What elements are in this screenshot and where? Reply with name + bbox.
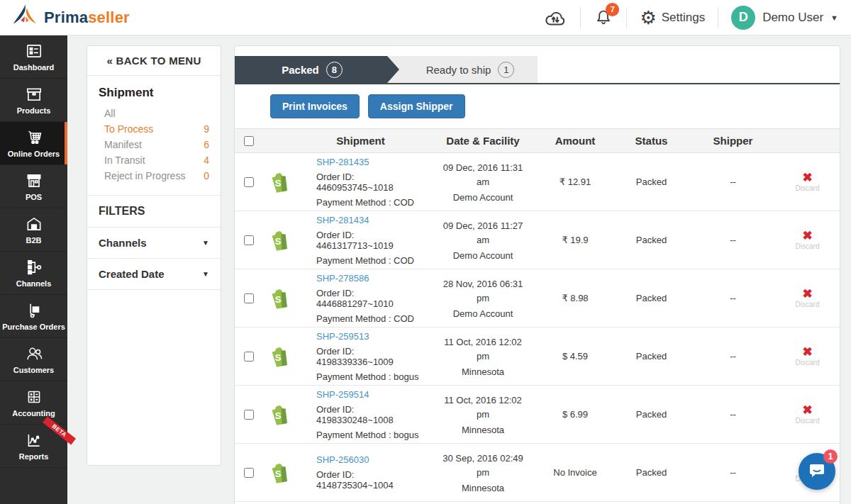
sidebar-item-products[interactable]: Products <box>0 79 67 122</box>
order-id: Order ID: 4461317713~1019 <box>316 230 426 251</box>
discard-button[interactable]: ✖ Discard <box>774 172 840 192</box>
sidebar-item-customers[interactable]: Customers <box>0 338 67 381</box>
sidebar-item-dashboard[interactable]: Dashboard <box>0 35 67 79</box>
chevron-down-icon: ▼ <box>202 239 209 247</box>
menu-item-reject-in-progress[interactable]: Reject in Progress 0 <box>99 168 209 184</box>
user-menu[interactable]: D Demo User ▼ <box>731 6 838 30</box>
discard-button[interactable]: ✖ Discard <box>774 404 840 425</box>
table-row: S SHP-256030 Order ID: 4148735304~1004 3… <box>235 444 840 502</box>
menu-item-manifest[interactable]: Manifest 6 <box>99 137 209 152</box>
chat-unread-badge: 1 <box>823 449 838 464</box>
table-row: S SHP-278586 Order ID: 4446881297~1010 P… <box>235 269 840 327</box>
avatar: D <box>731 6 755 30</box>
tab-ready-to-ship[interactable]: Ready to ship 1 <box>387 56 538 83</box>
discard-x-icon: ✖ <box>802 288 812 300</box>
menu-item-in-transit[interactable]: In Transit 4 <box>99 152 209 168</box>
amount: $ 6.99 <box>540 409 611 420</box>
filters-heading: FILTERS <box>87 196 221 228</box>
notification-count-badge: 7 <box>606 3 619 16</box>
sidebar-item-accounting[interactable]: Accounting <box>0 381 67 425</box>
sync-cloud-icon[interactable] <box>543 7 567 28</box>
notifications-bell-icon[interactable]: 7 <box>594 8 613 28</box>
storefront-icon <box>25 172 43 190</box>
shopify-icon: S <box>263 172 295 193</box>
date: 11 Oct, 2016 12:02 pm <box>440 393 526 421</box>
gear-icon: ⚙ <box>640 9 656 27</box>
calculator-icon <box>25 388 43 406</box>
settings-button[interactable]: ⚙ Settings <box>640 9 705 27</box>
row-checkbox[interactable] <box>244 177 254 187</box>
row-checkbox[interactable] <box>244 293 254 303</box>
brand-logo[interactable]: Primaseller <box>11 3 130 33</box>
payment-method: Payment Method : COD <box>316 313 426 324</box>
shipper: -- <box>692 409 774 420</box>
shipment-id-link[interactable]: SHP-281434 <box>316 215 426 225</box>
discard-x-icon: ✖ <box>802 230 812 242</box>
sidebar-item-b2b[interactable]: B2B <box>0 208 67 252</box>
sidebar-item-channels[interactable]: Channels <box>0 252 67 295</box>
facility: Demo Account <box>426 250 540 261</box>
tab-packed-count: 8 <box>326 62 343 78</box>
amount: ₹ 19.9 <box>540 235 611 245</box>
shipment-section: Shipment All To Process 9 Manifest 6 In … <box>87 76 221 196</box>
assign-shipper-button[interactable]: Assign Shipper <box>368 94 465 118</box>
chevron-down-icon: ▼ <box>202 270 209 278</box>
header-divider <box>580 7 581 28</box>
discard-button[interactable]: ✖ Discard <box>774 346 840 366</box>
col-date-facility: Date & Facility <box>426 135 540 147</box>
select-all-checkbox[interactable] <box>244 136 254 146</box>
svg-text:S: S <box>274 352 281 363</box>
shipment-id-link[interactable]: SHP-259514 <box>316 389 426 400</box>
facility: Demo Account <box>426 192 540 203</box>
row-checkbox[interactable] <box>244 352 254 362</box>
sidebar-item-purchase-orders[interactable]: Purchase Orders <box>0 295 67 338</box>
dashboard-icon <box>25 42 43 60</box>
status-badge: Packed <box>611 293 692 303</box>
payment-method: Payment Method : COD <box>316 255 426 266</box>
col-shipper: Shipper <box>692 135 774 147</box>
row-checkbox[interactable] <box>244 468 254 478</box>
tab-packed[interactable]: Packed 8 <box>235 56 399 83</box>
sidebar-item-reports[interactable]: BETA Reports <box>0 425 67 468</box>
discard-button[interactable]: ✖ Discard <box>774 230 840 250</box>
menu-item-all[interactable]: All <box>99 106 209 121</box>
status-badge: Packed <box>611 467 692 478</box>
filter-channels[interactable]: Channels ▼ <box>87 228 221 259</box>
date: 11 Oct, 2016 12:02 pm <box>440 335 526 363</box>
chat-widget-button[interactable]: 1 <box>799 453 835 490</box>
discard-button[interactable]: ✖ Discard <box>774 288 840 308</box>
status-badge: Packed <box>611 409 692 420</box>
col-status: Status <box>611 135 692 147</box>
chat-icon <box>807 460 827 483</box>
sidebar-item-pos[interactable]: POS <box>0 165 67 208</box>
shopify-icon: S <box>263 462 295 483</box>
shipment-id-link[interactable]: SHP-278586 <box>316 273 426 284</box>
shipment-id-link[interactable]: SHP-256030 <box>316 454 426 465</box>
order-id: Order ID: 4198330248~1008 <box>316 404 426 425</box>
amount: No Invoice <box>540 467 611 478</box>
table-row: S SHP-259513 Order ID: 4198339336~1009 P… <box>235 327 840 386</box>
facility: Demo Account <box>426 308 540 319</box>
row-checkbox[interactable] <box>244 235 254 245</box>
back-to-menu-button[interactable]: « BACK TO MENU <box>87 46 221 76</box>
svg-text:S: S <box>274 469 281 479</box>
date: 09 Dec, 2016 11:27 am <box>440 219 526 247</box>
print-invoices-button[interactable]: Print Invoices <box>270 94 360 118</box>
table-row: S SHP-259514 Order ID: 4198330248~1008 P… <box>235 386 840 444</box>
shipment-id-link[interactable]: SHP-259513 <box>316 331 426 342</box>
status-badge: Packed <box>611 177 692 187</box>
row-checkbox[interactable] <box>244 410 254 420</box>
svg-text:S: S <box>274 236 281 247</box>
shipment-menu-panel: « BACK TO MENU Shipment All To Process 9… <box>87 45 221 466</box>
sidebar-item-online-orders[interactable]: Online Orders <box>0 122 67 165</box>
top-header: Primaseller 7 ⚙ Settings D Demo User <box>0 0 851 35</box>
filter-created-date[interactable]: Created Date ▼ <box>87 259 221 290</box>
shipment-id-link[interactable]: SHP-281435 <box>316 157 426 167</box>
warehouse-icon <box>25 215 43 233</box>
channels-flow-icon <box>25 258 43 276</box>
shipper: -- <box>692 177 774 187</box>
table-header: Shipment Date & Facility Amount Status S… <box>235 128 840 153</box>
order-id: Order ID: 4148735304~1004 <box>316 469 426 491</box>
menu-item-to-process[interactable]: To Process 9 <box>99 121 209 137</box>
status-tabbar: Packed 8 Ready to ship 1 <box>235 56 840 84</box>
